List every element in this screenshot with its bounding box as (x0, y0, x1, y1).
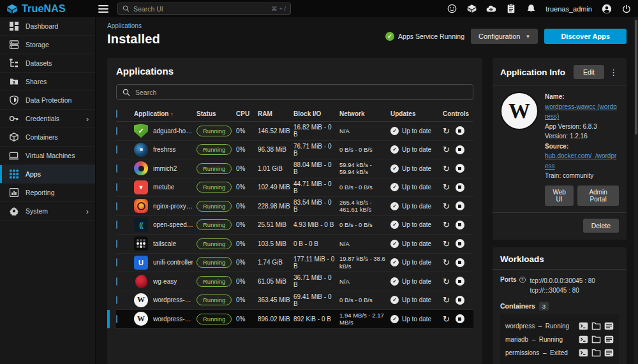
row-checkbox[interactable] (116, 202, 117, 210)
column-header-block-i-o[interactable]: Block I/O (293, 110, 339, 117)
row-checkbox[interactable] (116, 145, 117, 154)
row-checkbox[interactable] (116, 296, 117, 304)
column-header-controls[interactable]: Controls (443, 110, 473, 117)
sidebar-item-datasets[interactable]: Datasets (0, 54, 95, 73)
breadcrumb[interactable]: Applications (107, 22, 160, 29)
stop-app-icon[interactable] (456, 183, 464, 192)
table-row-open-speed-test[interactable]: ((open-speed-testRunning0%25.51 MiB4.93 … (116, 216, 473, 235)
help-icon[interactable]: ? (519, 277, 526, 283)
sidebar-item-virtual-machines[interactable]: Virtual Machines (0, 147, 95, 165)
table-row-tailscale[interactable]: tailscaleRunning0%103.5 MiB0 B - 0 BN/A✓… (116, 235, 473, 254)
folder-icon[interactable] (591, 335, 601, 344)
restart-app-icon[interactable]: ↻ (443, 315, 450, 323)
truenas-status-icon[interactable] (466, 4, 477, 14)
table-row-unifi-controller[interactable]: Uunifi-controllerRunning0%1.74 GiB177.11… (116, 254, 473, 273)
restart-app-icon[interactable]: ↻ (443, 145, 450, 154)
row-checkbox[interactable] (116, 164, 117, 173)
sidebar-item-containers[interactable]: Containers (0, 128, 95, 147)
sidebar-item-dashboard[interactable]: Dashboard (0, 17, 95, 36)
table-row-wg-easy[interactable]: wg-easyRunning0%61.05 MiB36.71 MiB - 0 B… (116, 272, 473, 291)
status-badge: Running (197, 144, 232, 155)
jobs-clipboard-icon[interactable] (506, 4, 516, 14)
column-header-ram[interactable]: RAM (258, 110, 293, 117)
truecommand-cloud-icon[interactable] (486, 4, 496, 14)
power-icon[interactable] (621, 4, 632, 14)
sidebar-item-reporting[interactable]: Reporting (0, 184, 95, 202)
stop-app-icon[interactable] (456, 126, 464, 135)
stop-app-icon[interactable] (456, 277, 464, 286)
restart-app-icon[interactable]: ↻ (443, 240, 450, 248)
feedback-smiley-icon[interactable] (447, 4, 457, 14)
row-checkbox[interactable] (116, 240, 117, 248)
source-link[interactable]: hub.docker.com/_/wordpress (545, 151, 619, 171)
select-all-checkbox[interactable] (116, 110, 117, 118)
stop-app-icon[interactable] (456, 258, 464, 267)
table-row-wordpress-wawcc[interactable]: Wwordpress-wawccRunning0%896.02 MiB892 K… (116, 310, 473, 329)
logs-icon[interactable] (604, 349, 614, 357)
shell-icon[interactable] (579, 335, 588, 344)
sidebar-item-storage[interactable]: Storage (0, 36, 95, 54)
restart-app-icon[interactable]: ↻ (443, 277, 450, 286)
admin-portal-button[interactable]: Admin Portal (577, 186, 619, 206)
shell-icon[interactable] (579, 322, 588, 330)
restart-app-icon[interactable]: ↻ (443, 127, 450, 135)
shell-icon[interactable] (579, 349, 588, 357)
logs-icon[interactable] (604, 322, 614, 330)
stop-app-icon[interactable] (456, 239, 464, 248)
table-row-immich2[interactable]: immich2Running0%1.01 GiB88.04 MiB - 0 B5… (116, 159, 473, 178)
row-checkbox[interactable] (116, 127, 117, 135)
restart-app-icon[interactable]: ↻ (443, 164, 450, 173)
stop-app-icon[interactable] (456, 314, 464, 323)
table-row-wordpress-hornetbad[interactable]: Wwordpress-hornetbadRunning0%363.45 MiB6… (116, 291, 473, 310)
configuration-button[interactable]: Configuration ▼ (471, 29, 538, 44)
restart-app-icon[interactable]: ↻ (443, 296, 450, 304)
restart-app-icon[interactable]: ↻ (443, 221, 450, 229)
discover-apps-button[interactable]: Discover Apps (544, 29, 627, 44)
row-checkbox[interactable] (116, 221, 117, 229)
stop-app-icon[interactable] (456, 145, 464, 154)
sidebar-item-apps[interactable]: Apps (0, 165, 95, 184)
column-header-cpu[interactable]: CPU (236, 110, 258, 117)
column-header-network[interactable]: Network (339, 110, 390, 117)
configuration-label: Configuration (478, 33, 520, 40)
account-icon[interactable] (602, 4, 612, 14)
table-row-nginx-proxy-manager[interactable]: nginx-proxy-managerRunning0%228.98 MiB83… (116, 197, 473, 216)
app-name-link[interactable]: wordpress-wawcc (wordpress) (545, 102, 619, 122)
sidebar-item-system[interactable]: System› (0, 202, 95, 221)
kebab-menu-icon[interactable]: ⋮ (608, 68, 619, 77)
logs-icon[interactable] (604, 335, 614, 344)
up-to-date-check-icon: ✓ (390, 277, 399, 286)
table-row-metube[interactable]: ▼metubeRunning0%102.49 MiB44.71 MiB - 0 … (116, 178, 473, 198)
folder-icon[interactable] (591, 322, 601, 330)
table-search-input[interactable]: Search (116, 84, 473, 100)
row-checkbox[interactable] (116, 183, 117, 191)
container-row-mariadb: mariadb – Running (504, 333, 615, 346)
delete-button[interactable]: Delete (583, 219, 619, 233)
stop-app-icon[interactable] (456, 221, 464, 229)
row-checkbox[interactable] (116, 277, 117, 286)
restart-app-icon[interactable]: ↻ (443, 183, 450, 191)
restart-app-icon[interactable]: ↻ (443, 202, 450, 210)
global-search-input[interactable]: Search UI ⌘ + / (117, 3, 291, 15)
edit-button[interactable]: Edit (574, 65, 604, 79)
stop-app-icon[interactable] (456, 296, 464, 305)
sidebar-item-credentials[interactable]: Credentials› (0, 110, 95, 128)
stop-app-icon[interactable] (456, 201, 464, 210)
table-row-adguard-home[interactable]: ✓adguard-homeRunning0%146.52 MiB16.82 Mi… (116, 122, 473, 141)
row-checkbox[interactable] (116, 258, 117, 266)
sidebar-item-data-protection[interactable]: Data Protection (0, 91, 95, 110)
restart-app-icon[interactable]: ↻ (443, 258, 450, 266)
column-header-status[interactable]: Status (197, 110, 236, 117)
column-header-updates[interactable]: Updates (390, 110, 443, 117)
sidebar-item-shares[interactable]: Shares (0, 73, 95, 91)
scrollbar[interactable] (634, 17, 638, 364)
web-ui-button[interactable]: Web UI (545, 186, 574, 206)
row-checkbox[interactable] (116, 315, 117, 323)
menu-toggle-icon[interactable] (98, 5, 108, 13)
column-header-application[interactable]: Application ↑ (134, 110, 197, 117)
folder-icon[interactable] (591, 349, 601, 357)
truenas-logo[interactable]: TrueNAS (6, 3, 94, 15)
stop-app-icon[interactable] (456, 164, 464, 173)
table-row-freshrss[interactable]: freshrssRunning0%96.38 MiB76.71 MiB - 0 … (116, 141, 473, 160)
alerts-bell-icon[interactable] (526, 4, 536, 14)
